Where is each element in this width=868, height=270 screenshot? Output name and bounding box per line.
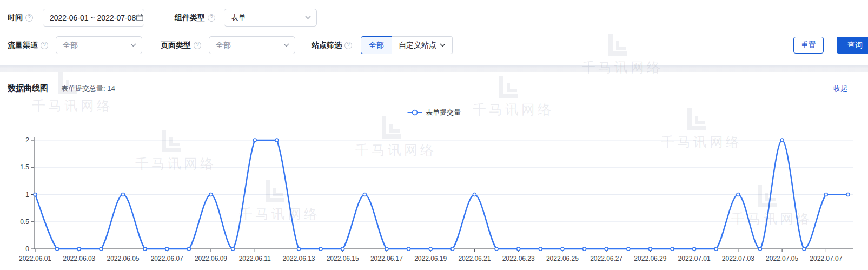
page-type-help-icon[interactable] (194, 42, 201, 49)
site-filter-segmented: 全部 自定义站点 (361, 36, 453, 54)
filter-row-2: 流量渠道 全部 页面类型 全部 站点筛选 全部 自定义站点 (8, 36, 868, 54)
site-filter-custom-button[interactable]: 自定义站点 (392, 36, 453, 54)
traffic-channel-help-icon[interactable] (41, 42, 48, 49)
traffic-channel-label: 流量渠道 (8, 41, 38, 50)
chart-title: 数据曲线图 (8, 83, 48, 94)
svg-text:2022.06.25: 2022.06.25 (546, 255, 579, 262)
collapse-link[interactable]: 收起 (833, 84, 847, 94)
time-help-icon[interactable] (25, 14, 33, 22)
site-filter-help-icon[interactable] (344, 42, 352, 49)
time-label: 时间 (8, 13, 23, 23)
site-filter-all-button[interactable]: 全部 (361, 36, 392, 54)
legend-line-marker-icon (407, 109, 422, 116)
svg-text:2022.06.09: 2022.06.09 (195, 255, 227, 262)
svg-text:0.5: 0.5 (20, 218, 29, 226)
svg-text:2022.06.23: 2022.06.23 (502, 255, 535, 262)
query-button[interactable]: 查询 (837, 37, 868, 54)
line-chart[interactable]: 00.511.522022.06.012022.06.032022.06.052… (0, 130, 868, 270)
traffic-channel-value: 全部 (63, 41, 130, 50)
svg-text:2022.06.19: 2022.06.19 (414, 255, 447, 262)
component-type-value: 表单 (231, 13, 305, 23)
page-type-label: 页面类型 (161, 41, 191, 50)
svg-text:2: 2 (25, 136, 29, 144)
section-divider (0, 65, 868, 72)
site-filter-custom-label: 自定义站点 (399, 41, 436, 50)
site-filter-label: 站点筛选 (312, 41, 342, 50)
svg-text:1: 1 (25, 191, 29, 199)
svg-text:2022.06.17: 2022.06.17 (370, 255, 403, 262)
svg-text:2022.06.01: 2022.06.01 (19, 255, 51, 262)
svg-text:2022.06.13: 2022.06.13 (282, 255, 315, 262)
chevron-down-icon (283, 43, 289, 47)
component-type-label: 组件类型 (175, 13, 205, 23)
legend-item-form-submissions[interactable]: 表单提交量 (407, 108, 461, 117)
legend-row: 表单提交量 (0, 108, 868, 117)
legend-label: 表单提交量 (426, 108, 461, 117)
reset-button[interactable]: 重置 (793, 37, 824, 54)
svg-text:2022.06.27: 2022.06.27 (590, 255, 622, 262)
svg-text:2022.07.03: 2022.07.03 (722, 255, 754, 262)
svg-text:2022.06.15: 2022.06.15 (327, 255, 359, 262)
svg-text:2022.06.11: 2022.06.11 (239, 255, 271, 262)
chevron-down-icon (305, 16, 311, 19)
svg-text:2022.06.21: 2022.06.21 (458, 255, 491, 262)
svg-text:2022.07.05: 2022.07.05 (766, 255, 798, 262)
svg-text:2022.06.05: 2022.06.05 (107, 255, 139, 262)
svg-text:2022.06.03: 2022.06.03 (63, 255, 95, 262)
chart-panel: 数据曲线图 表单提交总量: 14 收起 表单提交量 00.511.522022.… (0, 72, 868, 270)
chevron-down-icon (130, 43, 136, 47)
svg-text:2022.07.07: 2022.07.07 (810, 255, 842, 262)
svg-text:0: 0 (25, 245, 29, 253)
page-type-select[interactable]: 全部 (209, 36, 295, 54)
chart-header: 数据曲线图 表单提交总量: 14 收起 (8, 83, 847, 94)
component-type-select[interactable]: 表单 (224, 9, 317, 27)
filter-row-1: 时间 2022-06-01 ~ 2022-07-08 组件类型 表单 (8, 9, 868, 27)
calendar-icon (136, 14, 144, 22)
chevron-down-icon (440, 43, 446, 47)
traffic-channel-select[interactable]: 全部 (56, 36, 142, 54)
component-type-help-icon[interactable] (208, 14, 215, 22)
svg-text:2022.06.07: 2022.06.07 (151, 255, 183, 262)
svg-text:1.5: 1.5 (20, 163, 29, 171)
svg-text:2022.07.01: 2022.07.01 (678, 255, 711, 262)
filter-panel: 时间 2022-06-01 ~ 2022-07-08 组件类型 表单 流量渠道 … (0, 0, 868, 65)
total-submissions-label: 表单提交总量: 14 (61, 84, 115, 94)
page-type-value: 全部 (216, 41, 283, 50)
date-range-value: 2022-06-01 ~ 2022-07-08 (50, 14, 136, 22)
svg-text:2022.06.29: 2022.06.29 (634, 255, 666, 262)
date-range-input[interactable]: 2022-06-01 ~ 2022-07-08 (43, 9, 144, 27)
